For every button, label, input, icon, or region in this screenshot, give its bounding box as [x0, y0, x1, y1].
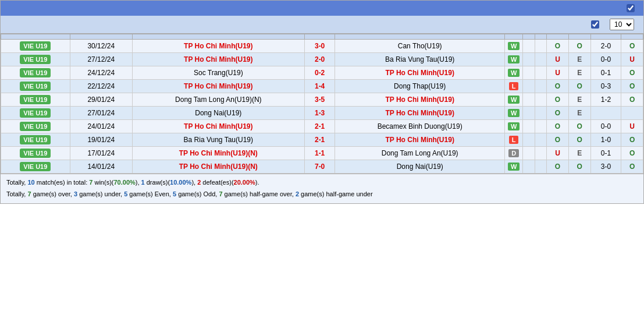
team2-name: Dong Thap(U19)	[335, 80, 504, 93]
match-date: 29/01/24	[70, 93, 132, 107]
table-body: VIE U1930/12/24TP Ho Chi Minh(U19)3-0Can…	[1, 40, 643, 174]
over-under-075-value: O	[621, 40, 643, 53]
display-notes-area	[627, 4, 638, 12]
match-badge-cell: VIE U19	[1, 160, 70, 174]
match-date: 24/01/24	[70, 120, 132, 133]
sum-even: 5	[124, 190, 127, 197]
odds-value	[535, 133, 546, 147]
over-under-25-value: U	[547, 53, 569, 66]
team1-name: TP Ho Chi Minh(U19)	[132, 53, 304, 66]
odds-value	[535, 93, 546, 107]
col-date	[70, 34, 132, 40]
odd-even-value: O	[568, 120, 590, 133]
odds-value	[535, 53, 546, 66]
team1-name: Dong Tam Long An(U19)(N)	[132, 93, 304, 107]
match-badge: VIE U19	[20, 108, 51, 118]
over-under-075-value	[621, 107, 643, 120]
team1-name: TP Ho Chi Minh(U19)	[132, 80, 304, 93]
odd-even-value: O	[568, 40, 590, 53]
odd-even-value: O	[568, 80, 590, 93]
match-result: 3-5	[304, 93, 335, 107]
match-badge-cell: VIE U19	[1, 93, 70, 107]
odd-even-value: O	[568, 133, 590, 147]
odd-even-value: O	[568, 160, 590, 174]
match-date: 27/12/24	[70, 53, 132, 66]
display-notes-checkbox[interactable]	[627, 4, 635, 12]
team2-name: Can Tho(U19)	[335, 40, 504, 53]
match-badge: VIE U19	[20, 162, 51, 171]
sum-hg-over: 7	[219, 190, 222, 197]
match-date: 27/01/24	[70, 107, 132, 120]
team2-name: TP Ho Chi Minh(U19)	[335, 66, 504, 80]
odd-even-value: E	[568, 53, 590, 66]
odds-value	[535, 147, 546, 160]
odd-even-value: E	[568, 147, 590, 160]
ht-score: 0-1	[590, 147, 621, 160]
ht-score: 1-0	[590, 133, 621, 147]
ht-score: 0-0	[590, 53, 621, 66]
match-badge: VIE U19	[20, 122, 51, 131]
table-row: VIE U1927/01/24Dong Nai(U19)1-3TP Ho Chi…	[1, 107, 643, 120]
over-under-25-value: O	[547, 160, 569, 174]
summary-line1: Totally, 10 match(es) in total: 7 win(s)…	[6, 177, 638, 189]
match-outcome: W	[504, 66, 522, 80]
team1-name: TP Ho Chi Minh(U19)(N)	[132, 160, 304, 174]
odds-value	[535, 66, 546, 80]
odds-value	[535, 160, 546, 174]
match-result: 7-0	[304, 160, 335, 174]
col-team2	[335, 34, 504, 40]
over-under-075-value: O	[621, 147, 643, 160]
match-result: 2-0	[304, 53, 335, 66]
match-date: 30/12/24	[70, 40, 132, 53]
match-result: 3-0	[304, 40, 335, 53]
col-odd-even	[568, 34, 590, 40]
table-row: VIE U1929/01/24Dong Tam Long An(U19)(N)3…	[1, 93, 643, 107]
match-badge: VIE U19	[20, 68, 51, 77]
team2-name: Dong Tam Long An(U19)	[335, 147, 504, 160]
sum-odd: 5	[173, 190, 176, 197]
over-under-075-value: O	[621, 160, 643, 174]
match-outcome: D	[504, 147, 522, 160]
match-outcome: W	[504, 93, 522, 107]
sum-over: 7	[27, 190, 31, 197]
last-games-select[interactable]: 10 5 15 20 25 30	[610, 19, 634, 30]
sum-hg-under: 2	[296, 190, 299, 197]
over-under-075-value: U	[621, 120, 643, 133]
match-outcome: W	[504, 40, 522, 53]
table-row: VIE U1924/01/24TP Ho Chi Minh(U19)2-1Bec…	[1, 120, 643, 133]
over-under-25-value: O	[547, 93, 569, 107]
scores-table: VIE U1930/12/24TP Ho Chi Minh(U19)3-0Can…	[1, 34, 643, 174]
table-row: VIE U1924/12/24Soc Trang(U19)0-2TP Ho Ch…	[1, 66, 643, 80]
over-under-25-value: O	[547, 40, 569, 53]
total-wins: 7	[89, 179, 92, 186]
draw-pct: 10.00%	[170, 179, 191, 186]
col-match	[1, 34, 70, 40]
match-badge: VIE U19	[20, 82, 51, 91]
match-badge-cell: VIE U19	[1, 120, 70, 133]
match-date: 17/01/24	[70, 147, 132, 160]
table-row: VIE U1914/01/24TP Ho Chi Minh(U19)(N)7-0…	[1, 160, 643, 174]
match-badge-cell: VIE U19	[1, 53, 70, 66]
team1-name: Ba Ria Vung Tau(U19)	[132, 133, 304, 147]
team2-name: TP Ho Chi Minh(U19)	[335, 107, 504, 120]
main-container: 10 5 15 20 25 30	[0, 0, 644, 204]
over-under-075-value: O	[621, 80, 643, 93]
league-filter-checkbox[interactable]	[591, 20, 599, 29]
total-matches: 10	[27, 179, 34, 186]
match-badge-cell: VIE U19	[1, 80, 70, 93]
match-badge-cell: VIE U19	[1, 66, 70, 80]
over-under-25-value: U	[547, 147, 569, 160]
summary-line2: Totally, 7 game(s) over, 3 game(s) under…	[6, 189, 638, 200]
match-result: 2-1	[304, 120, 335, 133]
match-badge: VIE U19	[20, 149, 51, 158]
table-row: VIE U1927/12/24TP Ho Chi Minh(U19)2-0Ba …	[1, 53, 643, 66]
match-badge: VIE U19	[20, 41, 51, 51]
col-over-under-075	[621, 34, 643, 40]
handicap-value	[523, 147, 535, 160]
team2-name: TP Ho Chi Minh(U19)	[335, 93, 504, 107]
handicap-value	[523, 93, 535, 107]
match-outcome: W	[504, 120, 522, 133]
odds-value	[535, 120, 546, 133]
team1-name: TP Ho Chi Minh(U19)(N)	[132, 147, 304, 160]
over-under-25-value: O	[547, 107, 569, 120]
